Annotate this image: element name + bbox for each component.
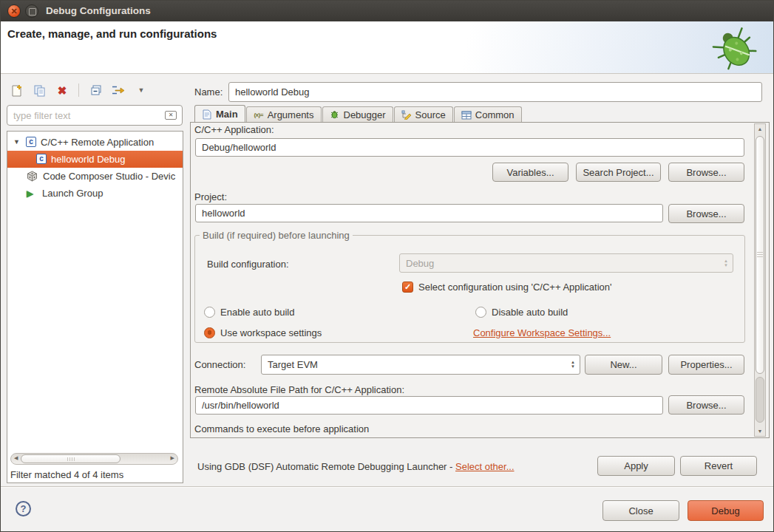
title-bar[interactable]: Debug Configurations (1, 1, 773, 21)
variables-button[interactable]: Variables... (492, 163, 568, 182)
debug-configurations-dialog: Debug Configurations Create, manage, and… (0, 0, 774, 532)
filter-field-wrap (7, 105, 183, 126)
document-icon (202, 109, 212, 120)
header-banner: Create, manage, and run configurations (1, 21, 773, 74)
name-input[interactable] (228, 82, 762, 102)
tab-main[interactable]: Main (194, 105, 245, 123)
tab-source[interactable]: Source (394, 106, 453, 123)
name-label: Name: (194, 86, 223, 98)
tree-horizontal-scrollbar[interactable]: ◀ ▶ (10, 453, 178, 465)
connection-combo[interactable]: Target EVM ▲▼ (261, 355, 580, 375)
form-vertical-scrollbar[interactable]: ▲ ▼ (754, 123, 766, 437)
application-input[interactable] (195, 138, 744, 157)
tree-item-remote-application[interactable]: ▼ C/C++ Remote Application (7, 134, 183, 151)
maximize-window-icon[interactable] (25, 4, 38, 18)
h-scroll-thumb[interactable] (21, 454, 120, 463)
toolbar-dropdown-icon[interactable]: ▼ (135, 83, 148, 97)
page-title: Create, manage, and run configurations (7, 27, 217, 40)
search-project-button[interactable]: Search Project... (576, 163, 661, 182)
browse-application-button[interactable]: Browse... (668, 163, 744, 182)
configurations-tree: ▼ C/C++ Remote Application helloworld De… (7, 131, 183, 483)
revert-button[interactable]: Revert (680, 456, 757, 476)
tree-item-label: Launch Group (42, 185, 103, 202)
scroll-down-icon[interactable]: ▼ (755, 429, 765, 434)
tab-label: Common (475, 107, 515, 123)
config-tabs: Main Arguments Debugger Source Common (194, 105, 523, 123)
tree-item-helloworld-debug[interactable]: helloworld Debug (7, 151, 183, 168)
disable-auto-build-radio[interactable] (475, 307, 486, 318)
enable-auto-build-radio[interactable] (204, 307, 215, 318)
connection-value: Target EVM (268, 359, 318, 370)
tab-label: Debugger (344, 107, 386, 123)
build-group-legend: Build (if required) before launching (200, 230, 353, 241)
application-label: C/C++ Application: (194, 124, 274, 135)
delete-config-icon[interactable]: ✖ (55, 83, 69, 97)
build-config-combo[interactable]: Debug ▲▼ (399, 253, 733, 273)
disable-auto-build-label: Disable auto build (492, 307, 568, 318)
launcher-text: Using GDB (DSF) Automatic Remote Debuggi… (197, 461, 455, 472)
select-config-label: Select configuration using 'C/C++ Applic… (418, 282, 612, 293)
new-config-icon[interactable] (10, 83, 23, 97)
commands-label: Commands to execute before application (194, 423, 369, 434)
configure-workspace-settings-link[interactable]: Configure Workspace Settings... (473, 327, 611, 338)
toolbar-separator (78, 83, 79, 97)
remote-path-label: Remote Absolute File Path for C/C++ Appl… (194, 384, 404, 395)
table-icon (461, 110, 472, 120)
tree-item-label: helloworld Debug (51, 151, 125, 168)
v-scroll-track[interactable] (756, 377, 764, 423)
filter-launch-icon[interactable] (112, 83, 125, 97)
expander-icon[interactable]: ▼ (13, 134, 20, 151)
use-workspace-settings-radio[interactable] (204, 327, 215, 338)
spinner-icon: ▲▼ (724, 254, 728, 272)
scroll-up-icon[interactable]: ▲ (755, 126, 765, 132)
scroll-right-icon[interactable]: ▶ (171, 455, 174, 461)
duplicate-config-icon[interactable] (33, 83, 46, 97)
tab-debugger[interactable]: Debugger (322, 106, 393, 123)
new-connection-button[interactable]: New... (585, 355, 662, 375)
spinner-icon: ▲▼ (571, 355, 575, 374)
project-input[interactable] (195, 204, 663, 222)
bug-graphic-icon (708, 22, 761, 72)
tree-item-label: Code Composer Studio - Devic (43, 168, 175, 185)
use-workspace-settings-label: Use workspace settings (220, 327, 322, 338)
arguments-icon (254, 110, 264, 120)
debug-button[interactable]: Debug (688, 500, 764, 521)
project-label: Project: (194, 191, 227, 202)
tab-label: Arguments (268, 107, 314, 123)
ccs-cube-icon (27, 171, 38, 182)
tab-label: Main (216, 106, 238, 122)
footer-separator (1, 486, 773, 488)
browse-remote-path-button[interactable]: Browse... (668, 395, 744, 415)
connection-label: Connection: (194, 359, 245, 370)
launch-group-icon (27, 185, 33, 202)
filter-clear-icon[interactable] (165, 111, 177, 120)
apply-button[interactable]: Apply (597, 456, 675, 476)
launcher-row: Using GDB (DSF) Automatic Remote Debuggi… (197, 461, 515, 472)
tree-item-label: C/C++ Remote Application (41, 134, 154, 151)
help-icon[interactable] (16, 501, 31, 516)
v-scroll-thumb[interactable] (756, 136, 764, 374)
c-application-icon (26, 137, 36, 147)
select-other-link[interactable]: Select other... (455, 461, 515, 472)
properties-button[interactable]: Properties... (668, 355, 744, 375)
scroll-left-icon[interactable]: ◀ (14, 455, 18, 461)
tab-common[interactable]: Common (454, 106, 522, 123)
close-button[interactable]: Close (602, 500, 679, 521)
bug-icon (330, 110, 340, 120)
launch-config-toolbar: ✖ ▼ (10, 81, 148, 100)
remote-path-input[interactable] (195, 396, 663, 415)
collapse-all-icon[interactable] (89, 83, 102, 97)
close-window-icon[interactable] (7, 4, 21, 18)
tree-item-launch-group[interactable]: Launch Group (7, 185, 183, 202)
source-tree-icon (401, 110, 412, 120)
tab-label: Source (415, 107, 446, 123)
tree-item-code-composer[interactable]: Code Composer Studio - Devic (7, 168, 183, 185)
select-config-checkbox[interactable] (402, 282, 413, 293)
build-config-value: Debug (406, 258, 434, 269)
enable-auto-build-label: Enable auto build (220, 307, 294, 318)
browse-project-button[interactable]: Browse... (668, 204, 744, 223)
tab-arguments[interactable]: Arguments (246, 106, 322, 123)
c-application-icon (36, 154, 47, 164)
filter-input[interactable] (7, 105, 183, 126)
build-config-label: Build configuration: (207, 259, 289, 270)
